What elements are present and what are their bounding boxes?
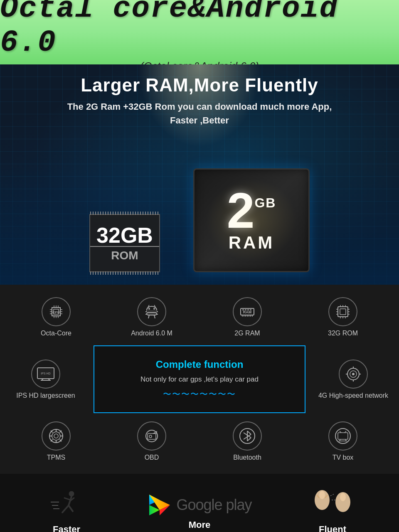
feature-label-ips: IPS HD largescreen <box>16 392 75 399</box>
google-play-logo: Google play <box>147 493 251 517</box>
faster-label: Faster <box>53 524 80 532</box>
4g-icon <box>344 365 362 383</box>
feature-tpms: TPMS <box>19 421 94 461</box>
ram-desc: The 2G Ram +32GB Rom you can download mu… <box>0 100 399 127</box>
svg-point-63 <box>352 373 355 375</box>
tpms-icon <box>47 427 65 445</box>
svg-rect-90 <box>338 433 348 439</box>
svg-point-116 <box>340 493 346 501</box>
touch-icon <box>308 488 357 521</box>
header-section: Octal core&Android 6.0 (Octal core&Andro… <box>0 0 399 64</box>
4g-icon-wrap <box>339 360 368 389</box>
bluetooth-icon-wrap <box>233 421 262 451</box>
svg-line-27 <box>154 315 155 318</box>
feature-label-ram: 2G RAM <box>234 330 260 337</box>
feature-bluetooth: Bluetooth <box>210 421 285 461</box>
feature-tvbox: TV box <box>305 421 380 461</box>
obd-icon <box>143 427 161 445</box>
svg-line-101 <box>69 505 73 511</box>
features-row-3: TPMS OBD <box>0 417 399 466</box>
ram-chip: 2 GB RAM <box>193 168 310 272</box>
play-logo-icon <box>147 493 172 517</box>
rom-box: 32GB ROM <box>89 214 160 272</box>
bottom-fluent: Fluent <box>270 488 395 532</box>
cf-wave: 〜〜〜〜〜〜〜〜 <box>163 389 236 400</box>
ram-title: Larger RAM,More Fluently <box>0 75 399 96</box>
feature-label-tvbox: TV box <box>332 454 354 461</box>
cf-title: Complete function <box>156 359 244 370</box>
svg-point-82 <box>149 435 152 438</box>
main-title: Octal core&Android 6.0 <box>0 0 399 60</box>
bluetooth-icon <box>238 427 256 445</box>
ram-icon: RAM <box>239 303 256 320</box>
svg-point-69 <box>52 432 60 440</box>
feature-obd: OBD <box>114 421 189 461</box>
feature-label-bluetooth: Bluetooth <box>233 454 261 461</box>
touch-icon-wrap <box>308 488 357 521</box>
features-section: CPU Octa-Core <box>0 285 399 474</box>
runner-icon-wrap <box>50 488 83 521</box>
svg-point-110 <box>319 491 325 499</box>
bottom-section: Faster <box>0 474 399 532</box>
svg-rect-31 <box>245 309 246 310</box>
svg-rect-41 <box>338 307 348 317</box>
svg-text:RAM: RAM <box>243 310 252 314</box>
feature-label-tpms: TPMS <box>47 454 65 461</box>
feature-rom: 32G ROM <box>305 297 380 337</box>
rom-gb: 32GB <box>96 224 153 246</box>
svg-point-19 <box>153 308 155 310</box>
text-overlay: Larger RAM,More Fluently The 2G Ram +32G… <box>0 64 399 127</box>
features-row-1: CPU Octa-Core <box>0 293 399 341</box>
svg-text:IPS HD: IPS HD <box>41 372 50 375</box>
fluent-label: Fluent <box>319 524 346 532</box>
svg-line-26 <box>148 315 149 318</box>
feature-octa-core: CPU Octa-Core <box>19 297 94 337</box>
cpu-icon: CPU <box>48 303 64 320</box>
features-row-2: IPS HD IPS HD largescreen Complete funct… <box>0 341 399 417</box>
svg-rect-33 <box>250 309 251 310</box>
feature-label-obd: OBD <box>145 454 159 461</box>
ram-num: 2 <box>227 188 255 233</box>
android-icon <box>143 303 160 320</box>
svg-point-18 <box>148 308 150 310</box>
svg-point-96 <box>69 491 74 497</box>
feature-label-4g: 4G High-speed network <box>318 392 388 399</box>
ram-icon-wrap: RAM <box>233 297 262 326</box>
cpu-icon-wrap: CPU <box>42 297 71 326</box>
svg-line-113 <box>330 494 335 496</box>
svg-line-85 <box>247 431 251 434</box>
ram-gb: GB <box>254 196 276 209</box>
more-label: More <box>189 520 211 530</box>
feature-ram: RAM 2G RAM <box>210 297 285 337</box>
svg-line-100 <box>62 505 69 512</box>
bottom-faster: Faster <box>4 488 129 532</box>
google-play-text: Google play <box>176 496 251 514</box>
ram-chip-content: 2 GB <box>227 188 276 233</box>
svg-point-70 <box>54 434 58 438</box>
rom-label: ROM <box>90 246 159 262</box>
feature-label-rom: 32G ROM <box>328 330 358 337</box>
svg-rect-30 <box>242 309 244 310</box>
ips-icon-wrap: IPS HD <box>31 360 60 389</box>
feature-4g: 4G High-speed network <box>316 360 391 399</box>
complete-function-box: Complete function Not only for car gps ,… <box>94 345 305 413</box>
tpms-icon-wrap <box>42 421 71 451</box>
svg-rect-32 <box>247 309 249 310</box>
feature-label-android: Android 6.0 M <box>131 330 172 337</box>
obd-icon-wrap <box>137 421 166 451</box>
tv-icon <box>334 427 352 445</box>
ips-icon: IPS HD <box>37 367 55 381</box>
svg-line-98 <box>64 498 71 500</box>
feature-label-octa: Octa-Core <box>41 330 71 337</box>
svg-text:CPU: CPU <box>53 310 60 314</box>
feature-ips: IPS HD IPS HD largescreen <box>8 360 83 399</box>
runner-icon <box>50 490 83 519</box>
tv-icon-wrap <box>328 421 357 451</box>
svg-line-87 <box>247 438 251 441</box>
rom-icon-wrap <box>328 297 357 326</box>
bottom-google-play: Google play More <box>137 493 262 530</box>
rom-icon <box>335 303 351 320</box>
ram-text: RAM <box>229 233 275 253</box>
feature-android: Android 6.0 M <box>114 297 189 337</box>
cpu-banner: Larger RAM,More Fluently The 2G Ram +32G… <box>0 64 399 285</box>
